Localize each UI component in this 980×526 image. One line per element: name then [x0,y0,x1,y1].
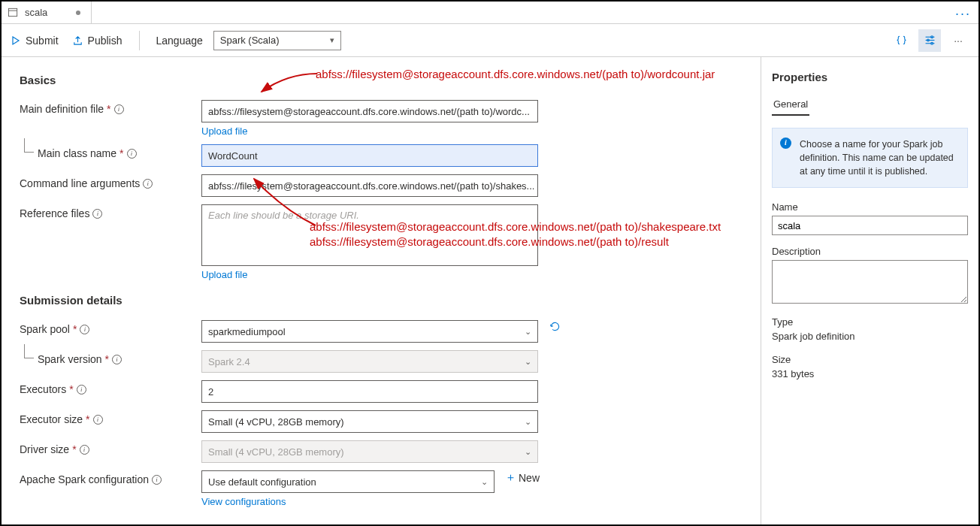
info-callout: i Choose a name for your Spark job defin… [772,128,968,188]
settings-panel-button[interactable] [918,29,941,52]
braces-icon [895,34,908,47]
annotation-text: abfss://filesystem@storageaccount.dfs.co… [316,68,715,80]
toolbar-separator [139,31,140,50]
driver-size-select: Small (4 vCPU, 28GB memory)⌄ [201,440,538,463]
chevron-down-icon: ⌄ [525,417,531,427]
chevron-down-icon: ⌄ [525,447,531,457]
overflow-button[interactable]: ··· [947,29,969,52]
annotation-text: abfss://filesystem@storageaccount.dfs.co… [310,235,669,248]
info-icon[interactable]: i [93,415,103,425]
submit-button[interactable]: Submit [11,35,59,47]
new-label: New [519,472,540,484]
language-dropdown[interactable]: Spark (Scala) ▾ [213,31,341,50]
language-value: Spark (Scala) [220,35,280,46]
upload-ref-files[interactable]: Upload file [201,269,538,280]
main-def-input[interactable]: abfss://filesystem@storageaccount.dfs.co… [201,100,538,122]
refresh-icon[interactable] [549,320,561,333]
main-panel: Basics Main definition file* i abfss://f… [2,57,761,524]
file-tab[interactable]: scala [2,2,92,23]
upload-main-def[interactable]: Upload file [201,125,538,137]
tab-title: scala [25,7,47,18]
spark-pool-label: Spark pool* i [20,320,201,335]
executors-label: Executors* i [20,380,201,395]
code-preview-button[interactable] [890,29,912,52]
spark-version-select: Spark 2.4⌄ [201,350,538,373]
info-icon[interactable]: i [80,445,89,455]
plus-icon: ＋ [505,470,516,485]
driver-size-label: Driver size* i [20,440,201,455]
info-icon[interactable]: i [112,355,122,364]
tab-bar: scala ··· [2,2,978,24]
info-icon[interactable]: i [127,149,137,159]
language-label: Language [156,35,203,47]
publish-label: Publish [88,35,122,47]
sliders-icon [924,34,936,47]
info-icon[interactable]: i [77,385,86,394]
name-label: Name [772,201,968,213]
description-label: Description [772,246,968,257]
publish-button[interactable]: Publish [72,35,122,47]
info-icon[interactable]: i [80,325,89,334]
submit-label: Submit [26,35,59,47]
play-icon [11,35,21,46]
view-configurations-link[interactable]: View configurations [201,496,495,507]
unsaved-dot-icon [76,11,80,15]
chevron-down-icon: ▾ [330,35,334,45]
info-icon[interactable]: i [114,104,124,114]
submission-heading: Submission details [20,294,743,307]
apache-conf-select[interactable]: Use default configuration⌄ [201,470,495,493]
type-label: Type [772,316,968,328]
properties-panel: Properties General i Choose a name for y… [761,57,978,524]
tab-overflow-button[interactable]: ··· [955,6,971,22]
main-class-label: Main class name* i [38,144,201,159]
size-label: Size [772,354,968,365]
chevron-down-icon: ⌄ [525,357,531,367]
executor-size-select[interactable]: Small (4 vCPU, 28GB memory)⌄ [201,410,538,433]
info-icon[interactable]: i [92,209,102,219]
chevron-down-icon: ⌄ [481,477,488,487]
svg-marker-2 [13,37,19,44]
info-icon[interactable]: i [143,179,153,189]
info-icon: i [780,138,791,149]
cmd-args-input[interactable]: abfss://filesystem@storageaccount.dfs.co… [201,174,538,197]
svg-rect-0 [8,8,17,16]
file-icon [8,7,19,18]
size-value: 331 bytes [772,368,968,379]
apache-conf-label: Apache Spark configuration i [20,470,201,485]
info-icon[interactable]: i [152,475,162,485]
main-def-label: Main definition file* i [20,100,201,115]
description-input[interactable] [772,260,968,304]
executors-input[interactable]: 2 [201,380,538,403]
name-input[interactable] [772,216,968,235]
type-value: Spark job definition [772,331,968,342]
chevron-down-icon: ⌄ [525,327,531,337]
ref-files-label: Reference files i [20,204,201,219]
annotation-text: abfss://filesystem@storageaccount.dfs.co… [310,220,721,233]
cmd-args-label: Command line arguments i [20,174,201,189]
main-class-input[interactable]: WordCount [201,144,538,167]
spark-pool-select[interactable]: sparkmediumpool⌄ [201,320,538,343]
executor-size-label: Executor size* i [20,410,201,425]
toolbar: Submit Publish Language Spark (Scala) ▾ … [2,24,978,57]
properties-heading: Properties [772,71,968,83]
upload-icon [72,35,83,46]
spark-version-label: Spark version* i [38,350,201,365]
tab-general[interactable]: General [772,94,809,116]
new-config-button[interactable]: ＋ New [495,470,550,485]
